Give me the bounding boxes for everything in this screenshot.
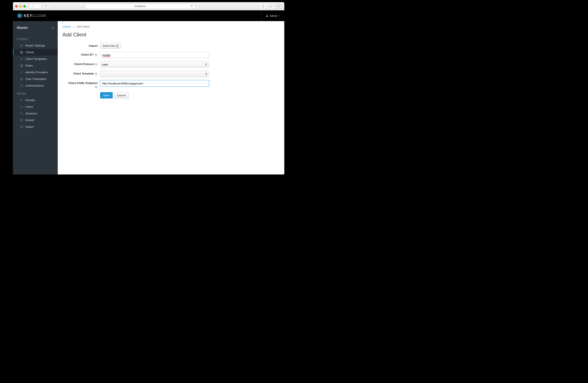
sidebar-item-sessions[interactable]: Sessions [13,110,58,117]
sidebar-item-roles[interactable]: Roles [13,62,58,69]
logo[interactable]: KEYCLOAK [17,13,46,19]
sidebar-item-label: Client Templates [25,57,47,61]
svg-point-12 [21,78,23,79]
clock-icon [20,112,23,115]
breadcrumb-clients[interactable]: Clients [63,25,71,28]
import-icon [20,125,23,128]
nav-buttons [29,4,41,9]
import-label: Import [63,43,100,47]
new-tab-button[interactable]: + [276,4,282,9]
help-icon[interactable]: ? [95,85,98,88]
sidebar-item-users[interactable]: Users [13,103,58,110]
page-title: Add Client [63,32,280,38]
sidebar-item-label: Realm Settings [25,44,45,47]
save-button[interactable]: Save [100,92,113,98]
client-protocol-select[interactable]: saml [100,61,209,68]
sidebar: Master Configure Realm Settings Clients … [13,21,58,174]
user-icon [266,15,268,17]
sidebar-item-label: Groups [25,98,35,102]
client-saml-endpoint-label: Client SAML Endpoint? [63,80,100,88]
sidebar-item-authentication[interactable]: Authentication [13,82,58,89]
sidebar-item-groups[interactable]: Groups [13,97,58,103]
exchange-icon [20,71,23,74]
svg-point-9 [21,44,21,45]
svg-point-8 [266,15,267,16]
minimize-window-icon[interactable] [19,5,22,8]
client-template-label: Client Template? [63,71,100,75]
address-text: localhost [135,4,146,8]
svg-point-11 [22,45,23,45]
sidebar-item-label: Authentication [25,84,44,87]
browser-chrome: localhost + [13,2,284,10]
sidebar-item-label: Import [25,125,34,128]
select-file-button[interactable]: Select file [100,43,121,49]
section-configure: Configure [13,34,58,42]
sidebar-item-identity-providers[interactable]: Identity Providers [13,69,58,76]
lock-icon [20,84,23,87]
sidebar-item-events[interactable]: Events [13,117,58,124]
svg-point-16 [21,106,22,107]
realm-selector[interactable]: Master [13,21,58,34]
help-icon[interactable]: ? [95,72,98,75]
svg-rect-18 [21,119,23,121]
sidebar-item-import[interactable]: Import [13,124,58,130]
client-id-input[interactable]: myapp [100,52,209,58]
breadcrumb: Clients » Add Client [63,25,280,28]
address-bar[interactable]: localhost [85,4,195,9]
client-template-select[interactable] [100,71,209,77]
svg-rect-4 [270,5,272,7]
sidebar-item-label: Identity Providers [25,71,48,74]
reload-icon[interactable] [190,4,193,8]
sidebar-item-label: Clients [25,51,34,54]
breadcrumb-sep: » [73,25,75,28]
sidebar-item-label: Events [25,118,34,122]
client-protocol-value: saml [102,63,108,66]
add-client-form: Import Select file Client ID*? [63,43,209,98]
cube-icon [20,51,23,54]
back-button[interactable] [29,4,35,9]
svg-rect-13 [21,85,22,87]
svg-rect-0 [45,5,48,7]
chevron-down-icon [279,15,280,16]
client-id-value: myapp [102,53,110,57]
svg-point-10 [21,46,22,46]
svg-point-14 [21,99,21,100]
tabs-button[interactable] [268,4,274,9]
sidebar-item-user-federation[interactable]: User Federation [13,76,58,82]
realm-name: Master [17,26,28,30]
group-icon [20,99,23,102]
import-icon [116,44,118,47]
breadcrumb-current: Add Client [77,25,90,28]
user-label: Admin [270,14,277,18]
share-button[interactable] [260,4,266,9]
forward-button[interactable] [35,4,41,9]
client-protocol-label: Client Protocol? [63,61,100,66]
sidebar-item-client-templates[interactable]: Client Templates [13,56,58,62]
user-menu[interactable]: Admin [261,10,280,21]
help-icon[interactable]: ? [95,53,98,56]
chevron-down-icon [52,27,54,28]
user-icon [20,105,23,108]
calendar-icon [20,119,23,122]
sliders-icon [20,44,23,47]
client-id-label: Client ID*? [63,52,100,56]
content: Clients » Add Client Add Client Import S… [58,21,284,174]
list-icon [20,64,23,67]
close-window-icon[interactable] [15,5,18,8]
topbar: KEYCLOAK Admin [13,10,284,21]
sidebar-item-label: Sessions [25,112,37,115]
sidebar-item-clients[interactable]: Clients [13,49,58,56]
client-saml-endpoint-input[interactable] [100,80,209,86]
app-root: KEYCLOAK Admin Master Configure Realm Se… [13,10,284,174]
sidebar-toggle-button[interactable] [43,4,49,9]
sidebar-item-realm-settings[interactable]: Realm Settings [13,42,58,49]
cancel-button[interactable]: Cancel [114,92,128,98]
database-icon [20,78,23,81]
sidebar-item-label: Users [25,105,33,108]
maximize-window-icon[interactable] [23,5,26,8]
browser-window: localhost + [13,2,284,174]
help-icon[interactable]: ? [95,63,98,66]
cubes-icon [20,58,23,61]
svg-point-15 [22,100,22,100]
logo-text: KEYCLOAK [24,14,46,18]
